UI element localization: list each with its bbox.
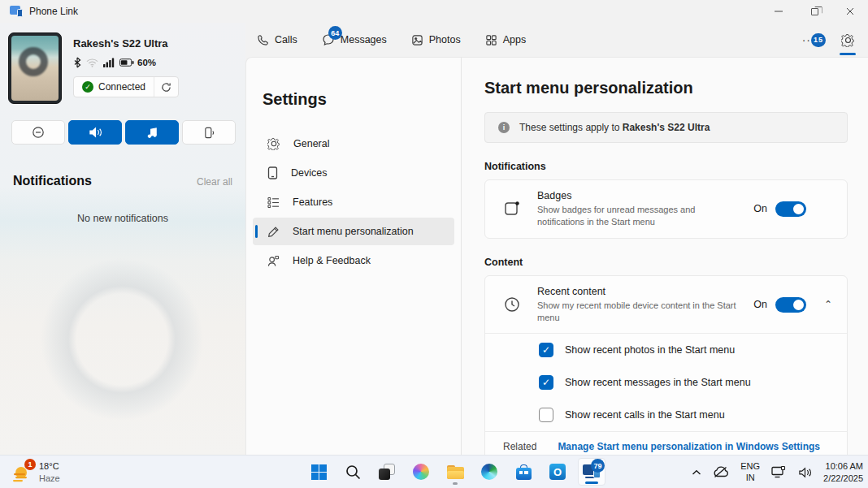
search-button[interactable]: [339, 458, 367, 486]
sidebar-item-help-feedback[interactable]: Help & Feedback: [253, 247, 454, 274]
badges-toggle[interactable]: [775, 201, 806, 217]
clock-icon: [503, 296, 521, 313]
tab-messages-label: Messages: [341, 34, 387, 45]
sidebar-item-start-menu-personalization[interactable]: Start menu personalization: [253, 218, 454, 245]
copilot-button[interactable]: [407, 458, 435, 486]
search-icon: [345, 464, 361, 480]
features-list-icon: [267, 196, 280, 209]
outlook-button[interactable]: O: [544, 458, 571, 486]
task-view-button[interactable]: [373, 458, 401, 486]
messages-badge: 64: [328, 26, 342, 40]
tray-time: 10:06 AM: [823, 460, 863, 473]
restore-button[interactable]: [796, 0, 832, 23]
ellipsis-icon: ··: [802, 33, 811, 46]
checkbox-label: Show recent calls in the Start menu: [565, 409, 725, 421]
photos-checkbox[interactable]: ✓: [539, 343, 553, 357]
section-content-label: Content: [484, 257, 848, 268]
refresh-icon: [161, 82, 171, 93]
sidebar-item-devices[interactable]: Devices: [253, 159, 454, 187]
settings-title: Settings: [246, 58, 461, 109]
sidebar-item-label: Devices: [291, 167, 327, 179]
sidebar-item-label: Help & Feedback: [293, 255, 371, 266]
photos-icon: [411, 34, 423, 46]
page-title: Start menu personalization: [484, 79, 848, 97]
recent-content-state-label: On: [753, 299, 767, 310]
feedback-person-icon: [267, 255, 280, 267]
settings-sidebar: Settings General Devices Features Start …: [245, 57, 461, 455]
tray-date: 2/22/2025: [823, 473, 863, 485]
info-banner: i These settings apply to Rakesh's S22 U…: [484, 112, 848, 143]
volume-icon[interactable]: [798, 467, 812, 478]
tab-apps[interactable]: Apps: [485, 34, 527, 46]
close-button[interactable]: [832, 0, 868, 23]
windows-logo-icon: [311, 464, 327, 480]
related-label: Related: [503, 441, 536, 452]
checkbox-label: Show recent photos in the Start menu: [565, 344, 735, 356]
do-not-disturb-button[interactable]: [11, 120, 65, 145]
windows-taskbar: 1 18°C Haze: [0, 455, 868, 488]
edge-button[interactable]: [475, 458, 503, 486]
phone-audio-button[interactable]: [182, 120, 236, 145]
refresh-button[interactable]: [154, 77, 178, 97]
onedrive-paused-icon[interactable]: [713, 466, 729, 478]
settings-content: Start menu personalization i These setti…: [461, 57, 868, 455]
copilot-icon: [413, 464, 429, 480]
media-player-button[interactable]: [125, 120, 179, 145]
badges-state-label: On: [753, 203, 767, 214]
badges-card: Badges Show badges for unread messages a…: [484, 179, 848, 239]
badges-desc: Show badges for unread messages and noti…: [537, 204, 737, 228]
clock[interactable]: 10:06 AM 2/22/2025: [823, 460, 863, 485]
sidebar-item-general[interactable]: General: [253, 130, 454, 158]
info-text: These settings apply to: [519, 122, 623, 133]
tab-messages[interactable]: 64 Messages: [322, 33, 387, 46]
messages-checkbox[interactable]: ✓: [539, 375, 553, 390]
start-button[interactable]: [305, 458, 332, 486]
settings-tab[interactable]: [837, 23, 858, 57]
settings-tab-active-indicator: [840, 53, 856, 55]
calls-icon: [257, 34, 269, 46]
tab-photos-label: Photos: [429, 34, 461, 45]
dnd-icon: [32, 126, 45, 139]
more-apps-button[interactable]: ·· 15: [802, 33, 826, 47]
microsoft-store-button[interactable]: [510, 458, 537, 486]
tab-calls[interactable]: Calls: [257, 34, 297, 46]
cellular-signal-icon: [103, 58, 115, 67]
network-icon[interactable]: [771, 466, 787, 478]
tray-chevron-up-icon[interactable]: [692, 469, 701, 476]
info-icon: i: [498, 122, 510, 133]
connected-label: Connected: [98, 81, 145, 93]
pen-icon: [267, 226, 280, 238]
battery-percent: 60%: [137, 58, 156, 67]
clear-all-button[interactable]: Clear all: [197, 176, 232, 188]
phone-link-app-icon: [10, 6, 23, 17]
wifi-icon: [86, 58, 98, 67]
recent-content-desc: Show my recent mobile device content in …: [537, 300, 737, 324]
collapse-chevron-icon[interactable]: ⌃: [821, 299, 835, 310]
phone-link-window: Phone Link Calls 64 Messages Photos Apps: [0, 0, 868, 488]
calls-checkbox[interactable]: ✓: [539, 408, 553, 422]
phone-link-taskbar-button[interactable]: 79: [578, 458, 605, 486]
checkbox-row-photos[interactable]: ✓ Show recent photos in the Start menu: [485, 334, 847, 366]
weather-alert-badge: 1: [24, 459, 36, 470]
sidebar-item-features[interactable]: Features: [253, 188, 454, 216]
language-indicator[interactable]: ENG IN: [740, 461, 760, 484]
phone-link-badge: 79: [591, 459, 605, 473]
recent-content-toggle[interactable]: [775, 297, 806, 313]
no-notifications-text: No new notifications: [0, 213, 245, 224]
audio-output-button[interactable]: [68, 120, 122, 145]
minimize-button[interactable]: [761, 0, 796, 23]
manage-start-menu-link[interactable]: Manage Start menu personalization in Win…: [558, 441, 820, 452]
phone-sound-icon: [203, 127, 215, 139]
bluetooth-icon: [73, 57, 81, 68]
titlebar: Phone Link: [0, 0, 868, 23]
checkbox-row-messages[interactable]: ✓ Show recent messages in the Start menu: [485, 366, 847, 399]
file-explorer-button[interactable]: [441, 458, 469, 486]
music-note-icon: [146, 127, 158, 139]
tab-photos[interactable]: Photos: [411, 34, 461, 46]
connected-check-icon: ✓: [82, 81, 93, 93]
phone-screen-thumbnail[interactable]: [8, 32, 62, 104]
device-phone-icon: [267, 166, 278, 179]
weather-widget[interactable]: 1 18°C Haze: [7, 459, 65, 486]
checkbox-row-calls[interactable]: ✓ Show recent calls in the Start menu: [485, 399, 847, 431]
sidebar-item-label: Start menu personalization: [293, 226, 414, 237]
